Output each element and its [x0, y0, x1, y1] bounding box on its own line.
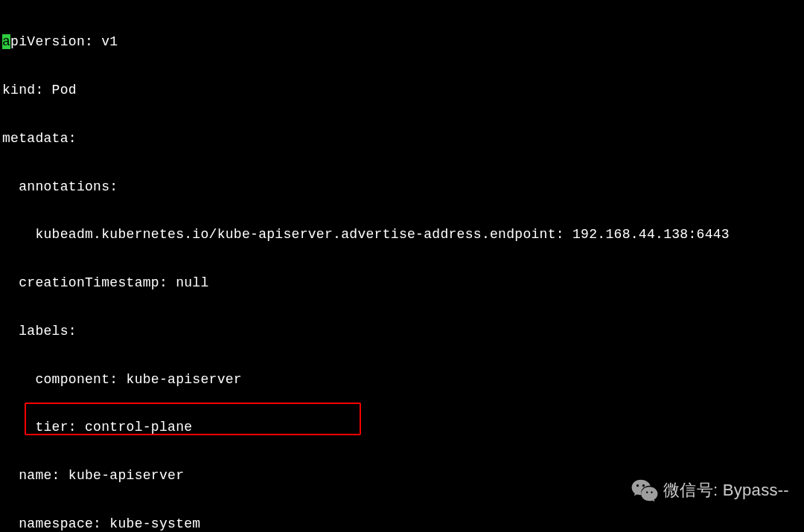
yaml-line: labels: — [2, 324, 802, 340]
wechat-icon — [631, 476, 659, 504]
terminal-output[interactable]: apiVersion: v1 kind: Pod metadata: annot… — [2, 2, 802, 532]
watermark: 微信号: Bypass-- — [628, 475, 792, 506]
yaml-line: annotations: — [2, 179, 802, 196]
yaml-line: metadata: — [2, 131, 802, 147]
line-remainder: piVersion: v1 — [10, 34, 118, 49]
yaml-line: component: kube-apiserver — [2, 372, 802, 388]
yaml-line: tier: control-plane — [2, 420, 802, 436]
yaml-line: creationTimestamp: null — [2, 275, 802, 292]
yaml-line: kind: Pod — [2, 83, 802, 99]
terminal-cursor: a — [2, 34, 10, 49]
yaml-line-first: apiVersion: v1 — [2, 34, 802, 51]
yaml-line: namespace: kube-system — [2, 516, 802, 532]
yaml-line: kubeadm.kubernetes.io/kube-apiserver.adv… — [2, 227, 802, 243]
watermark-text: 微信号: Bypass-- — [663, 482, 789, 499]
